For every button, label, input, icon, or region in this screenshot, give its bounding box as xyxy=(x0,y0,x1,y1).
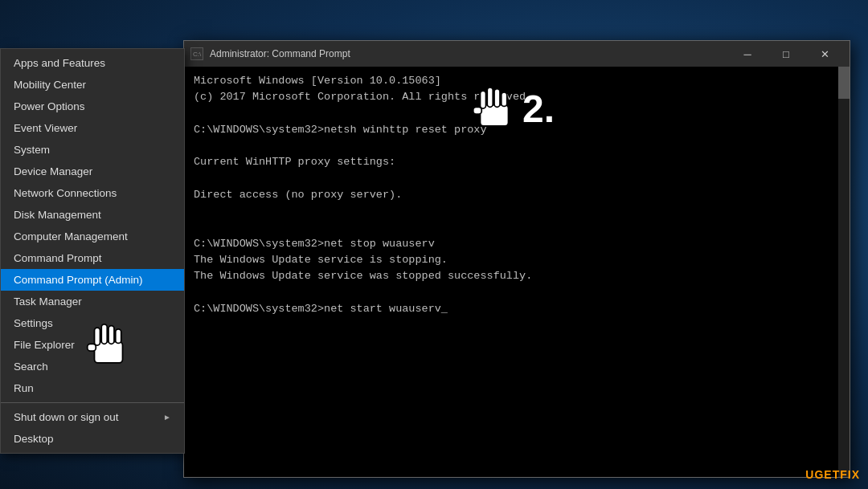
menu-separator xyxy=(1,402,184,403)
cmd-body[interactable]: Microsoft Windows [Version 10.0.15063] (… xyxy=(184,67,850,477)
menu-item-desktop[interactable]: Desktop xyxy=(1,428,184,450)
menu-item-computer-management[interactable]: Computer Management xyxy=(1,226,184,247)
cmd-line-12: The Windows Update service is stopping. xyxy=(194,252,840,268)
watermark-suffix: FIX xyxy=(840,468,860,481)
cmd-line-1: Microsoft Windows [Version 10.0.15063] xyxy=(194,73,840,89)
cmd-line-11: C:\WINDOWS\system32>net stop wuauserv xyxy=(194,236,840,252)
cmd-line-5 xyxy=(194,138,840,154)
menu-item-power-options[interactable]: Power Options xyxy=(1,96,184,117)
watermark-prefix: UGET xyxy=(805,468,840,481)
cmd-line-14 xyxy=(194,284,840,300)
menu-item-device-manager[interactable]: Device Manager xyxy=(1,161,184,182)
annotation-label-2: 2. xyxy=(522,87,555,131)
cmd-line-7 xyxy=(194,171,840,187)
menu-item-command-prompt[interactable]: Command Prompt xyxy=(1,247,184,269)
menu-item-apps-features[interactable]: Apps and Features xyxy=(1,52,184,74)
close-button[interactable]: ✕ xyxy=(806,42,843,66)
cmd-line-3 xyxy=(194,106,840,122)
cmd-line-2: (c) 2017 Microsoft Corporation. All righ… xyxy=(194,89,840,105)
menu-item-search[interactable]: Search xyxy=(1,356,184,377)
cmd-scrollbar[interactable] xyxy=(838,67,850,477)
minimize-button[interactable]: ─ xyxy=(729,42,766,66)
cmd-line-9 xyxy=(194,203,840,219)
menu-item-network-connections[interactable]: Network Connections xyxy=(1,182,184,204)
cmd-titlebar: C:\ Administrator: Command Prompt ─ □ ✕ xyxy=(184,41,850,67)
menu-item-command-prompt-admin[interactable]: Command Prompt (Admin) xyxy=(1,269,184,291)
cmd-line-8: Direct access (no proxy server). xyxy=(194,187,840,203)
cmd-scrollbar-thumb[interactable] xyxy=(838,67,850,99)
menu-item-system[interactable]: System xyxy=(1,139,184,161)
cmd-window-icon: C:\ xyxy=(190,47,203,60)
menu-item-mobility-center[interactable]: Mobility Center xyxy=(1,74,184,96)
cmd-title: Administrator: Command Prompt xyxy=(210,48,729,59)
menu-item-task-manager[interactable]: Task Manager xyxy=(1,291,184,312)
menu-item-shutdown[interactable]: Shut down or sign out ► xyxy=(1,406,184,428)
cmd-line-15: C:\WINDOWS\system32>net start wuauserv_ xyxy=(194,301,840,317)
menu-item-disk-management[interactable]: Disk Management xyxy=(1,204,184,226)
menu-item-run[interactable]: Run xyxy=(1,377,184,399)
cmd-line-13: The Windows Update service was stopped s… xyxy=(194,268,840,284)
cmd-line-4: C:\WINDOWS\system32>netsh winhttp reset … xyxy=(194,122,840,138)
menu-item-settings[interactable]: Settings xyxy=(1,312,184,334)
context-menu: Apps and Features Mobility Center Power … xyxy=(0,48,185,454)
cmd-window-controls: ─ □ ✕ xyxy=(729,42,843,66)
submenu-arrow-icon: ► xyxy=(163,413,171,422)
cmd-line-10 xyxy=(194,219,840,235)
menu-item-event-viewer[interactable]: Event Viewer xyxy=(1,117,184,139)
watermark: UGETFIX xyxy=(805,468,860,481)
cmd-line-6: Current WinHTTP proxy settings: xyxy=(194,154,840,170)
menu-item-file-explorer[interactable]: File Explorer xyxy=(1,334,184,356)
cmd-window: C:\ Administrator: Command Prompt ─ □ ✕ … xyxy=(183,40,850,478)
restore-button[interactable]: □ xyxy=(768,42,805,66)
